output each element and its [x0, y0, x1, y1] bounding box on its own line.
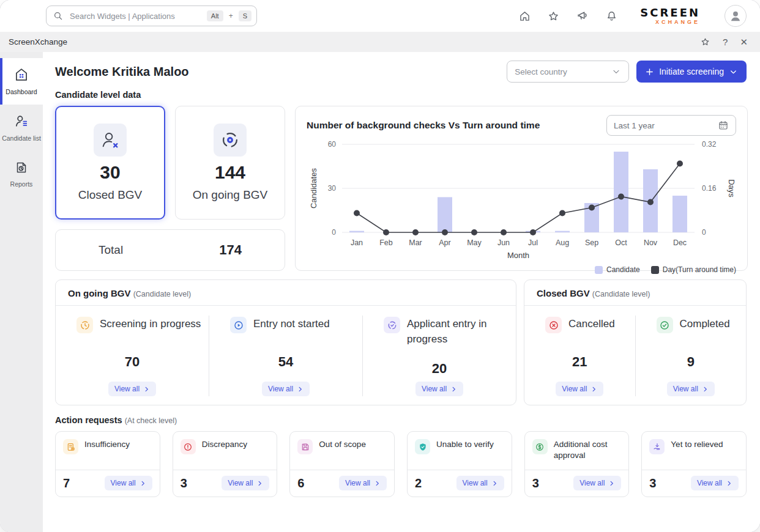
pin-star-icon[interactable] — [700, 37, 710, 47]
svg-text:0: 0 — [702, 228, 706, 237]
close-icon[interactable]: ✕ — [740, 37, 748, 48]
search-input[interactable] — [69, 11, 202, 21]
person-x-icon — [94, 124, 127, 157]
brand-logo-line1: SCREEN — [640, 7, 700, 18]
svg-text:May: May — [467, 238, 482, 247]
chevron-down-icon — [611, 67, 621, 76]
top-bar: Alt + S SCREEN XCHANGE — [0, 0, 760, 32]
page-title: Welcome Kritika Maloo — [55, 65, 189, 79]
notifications-bell-icon[interactable] — [605, 10, 618, 23]
shield-icon — [415, 439, 430, 454]
x-circle-icon — [545, 317, 562, 333]
hand-download-icon — [649, 439, 665, 454]
brand-logo-line2: XCHANGE — [640, 20, 700, 25]
svg-text:Month: Month — [507, 251, 529, 260]
sidebar-item-label: Candidate list — [2, 135, 41, 142]
home-icon[interactable] — [518, 10, 531, 23]
svg-text:Feb: Feb — [379, 238, 393, 247]
action-value: 6 — [297, 476, 304, 490]
view-all-button[interactable]: View all — [105, 476, 152, 490]
status-value: 20 — [432, 355, 447, 382]
ongoing-panel-title: On going BGV (Candidate level) — [56, 280, 516, 306]
status-completed: Completed 9 View all — [635, 316, 747, 396]
svg-text:60: 60 — [328, 140, 337, 149]
sidebar: Dashboard Candidate list Reports — [0, 52, 43, 532]
chart-card: Number of background checks Vs Turn arou… — [295, 106, 748, 271]
action-value: 7 — [63, 476, 70, 490]
view-all-button[interactable]: View all — [415, 382, 463, 396]
svg-text:Mar: Mar — [409, 238, 422, 247]
svg-text:0.32: 0.32 — [702, 140, 717, 149]
svg-text:Jan: Jan — [351, 238, 363, 247]
sidebar-item-label: Dashboard — [6, 88, 37, 96]
view-all-button[interactable]: View all — [339, 476, 387, 490]
action-value: 3 — [181, 476, 187, 490]
view-all-button[interactable]: View all — [222, 476, 269, 490]
sidebar-item-reports[interactable]: Reports — [0, 151, 43, 198]
global-search[interactable]: Alt + S — [46, 6, 257, 26]
combo-chart: 0306000.160.32JanFebMarAprMayJunJulAugSe… — [307, 137, 736, 263]
action-card-discrepancy: Discrepancy 3 View all — [173, 431, 278, 497]
play-circle-icon — [230, 317, 247, 333]
gear-sync-icon — [214, 124, 247, 157]
sidebar-item-candidate-list[interactable]: Candidate list — [0, 105, 43, 151]
brand-logo: SCREEN XCHANGE — [640, 7, 700, 25]
closed-bgv-value: 30 — [100, 162, 120, 183]
svg-text:Dec: Dec — [673, 238, 687, 247]
status-screening-in-progress: Screening in progress 70 View all — [56, 316, 209, 396]
svg-text:Candidates: Candidates — [309, 168, 318, 209]
legend-candidate-swatch — [595, 266, 603, 274]
view-all-button[interactable]: View all — [556, 382, 603, 396]
closed-bgv-card[interactable]: 30 Closed BGV — [55, 106, 165, 220]
svg-text:Days: Days — [727, 179, 736, 198]
widget-title-bar: ScreenXchange ? ✕ — [0, 32, 760, 52]
svg-text:0: 0 — [332, 228, 336, 237]
country-select[interactable]: Select country — [507, 61, 629, 83]
shortcut-plus: + — [229, 12, 233, 20]
initiate-screening-button[interactable]: Initiate screening — [636, 61, 747, 83]
section-candidate-level-data: Candidate level data — [55, 90, 747, 100]
svg-text:Apr: Apr — [439, 238, 450, 247]
sidebar-item-label: Reports — [10, 180, 33, 188]
ongoing-bgv-value: 144 — [215, 162, 245, 183]
view-all-button[interactable]: View all — [456, 476, 504, 490]
clock-icon — [76, 317, 93, 333]
date-range-select[interactable]: Last 1 year — [606, 115, 736, 136]
status-value: 21 — [572, 342, 587, 382]
chart-legend: Candidate Day(Turn around time) — [307, 265, 736, 274]
calendar-icon — [718, 120, 729, 131]
view-all-button[interactable]: View all — [667, 382, 715, 396]
ongoing-bgv-card[interactable]: 144 On going BGV — [175, 106, 285, 220]
dollar-circle-icon — [532, 439, 548, 454]
action-value: 2 — [415, 476, 422, 490]
chevron-down-icon — [729, 67, 738, 76]
view-all-button[interactable]: View all — [108, 382, 156, 396]
help-icon[interactable]: ? — [723, 37, 728, 47]
total-value: 174 — [219, 242, 242, 258]
view-all-button[interactable]: View all — [573, 476, 621, 490]
svg-text:30: 30 — [328, 184, 337, 193]
announcements-icon[interactable] — [576, 9, 589, 23]
favorites-star-icon[interactable] — [547, 10, 560, 23]
action-card-out-of-scope: Out of scope 6 View all — [289, 431, 395, 497]
widget-title: ScreenXchange — [9, 37, 67, 46]
sync-check-icon — [384, 317, 400, 333]
closed-bgv-panel: Closed BGV (Candidate level) Cancelled 2 — [524, 279, 747, 405]
user-avatar[interactable] — [725, 5, 747, 27]
section-action-requests: Action requests (At check level) — [55, 415, 747, 425]
view-all-button[interactable]: View all — [691, 476, 739, 490]
status-applicant-entry-in-progress: Applicant entry in progress 20 View all — [362, 316, 516, 396]
action-card-additional-cost-approval: Additional cost approval 3 View all — [524, 431, 630, 497]
svg-text:Sep: Sep — [585, 238, 598, 247]
status-cancelled: Cancelled 21 View all — [524, 316, 635, 396]
sidebar-item-dashboard[interactable]: Dashboard — [0, 58, 43, 105]
status-value: 54 — [278, 342, 293, 382]
initiate-screening-label: Initiate screening — [659, 67, 724, 76]
svg-text:Jun: Jun — [497, 238, 510, 247]
view-all-button[interactable]: View all — [262, 382, 310, 396]
total-card: Total 174 — [55, 229, 285, 271]
plus-icon — [645, 67, 654, 76]
action-value: 3 — [532, 476, 539, 490]
app-window: Alt + S SCREEN XCHANGE — [0, 0, 760, 532]
dashboard-icon — [13, 67, 29, 84]
